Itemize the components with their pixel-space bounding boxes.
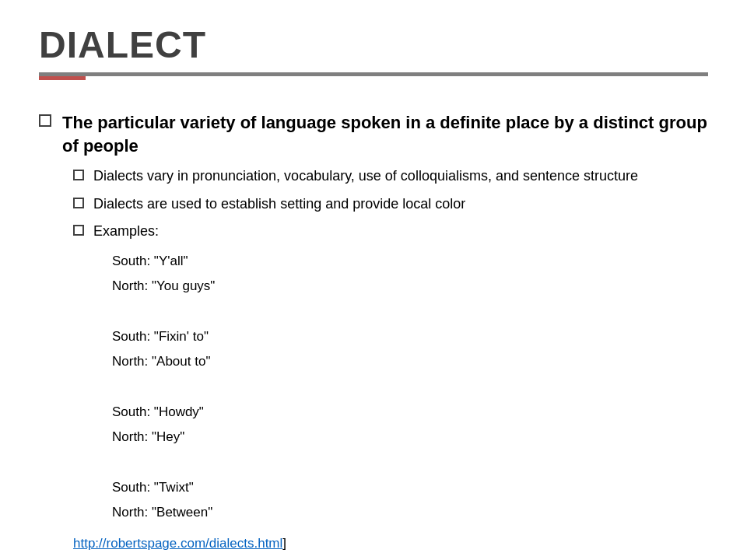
sub-bullets-1: Dialects vary in pronunciation, vocabula…	[73, 166, 708, 525]
bullet-1-2: Dialects are used to establish setting a…	[73, 194, 708, 214]
bullet-1-1: Dialects vary in pronunciation, vocabula…	[73, 166, 708, 186]
example-2: North: "You guys"	[112, 278, 215, 293]
example-3: South: "Fixin' to"	[112, 329, 209, 344]
example-4: North: "About to"	[112, 354, 210, 369]
title-area: DIALECT	[0, 0, 747, 80]
link-area: http://robertspage.com/dialects.html]	[73, 536, 708, 551]
title-divider	[39, 72, 708, 76]
content-area: The particular variety of language spoke…	[0, 96, 747, 560]
bullet-1-2-text: Dialects are used to establish setting a…	[93, 194, 708, 214]
reference-link[interactable]: http://robertspage.com/dialects.html	[73, 536, 282, 551]
bullet-1-3-icon	[73, 225, 84, 236]
bullet-1-icon	[39, 114, 51, 127]
accent-bar	[39, 76, 86, 80]
bullet-1-text: The particular variety of language spoke…	[62, 111, 708, 157]
bullet-1: The particular variety of language spoke…	[39, 111, 708, 157]
example-6: North: "Hey"	[112, 429, 184, 444]
bullet-1-1-icon	[73, 170, 84, 180]
example-1: South: "Y'all"	[112, 254, 188, 268]
slide: DIALECT The particular variety of langua…	[0, 0, 747, 560]
page-title: DIALECT	[39, 23, 708, 66]
example-8: North: "Between"	[112, 505, 212, 520]
bullet-1-3-text: Examples:	[93, 222, 708, 241]
examples-block: South: "Y'all" North: "You guys" South: …	[112, 249, 708, 525]
link-bracket: ]	[282, 536, 286, 551]
bullet-1-2-icon	[73, 198, 84, 208]
bullet-1-3: Examples:	[73, 222, 708, 241]
example-7: South: "Twixt"	[112, 480, 194, 495]
bullet-1-1-text: Dialects vary in pronunciation, vocabula…	[93, 166, 708, 186]
example-5: South: "Howdy"	[112, 404, 204, 419]
